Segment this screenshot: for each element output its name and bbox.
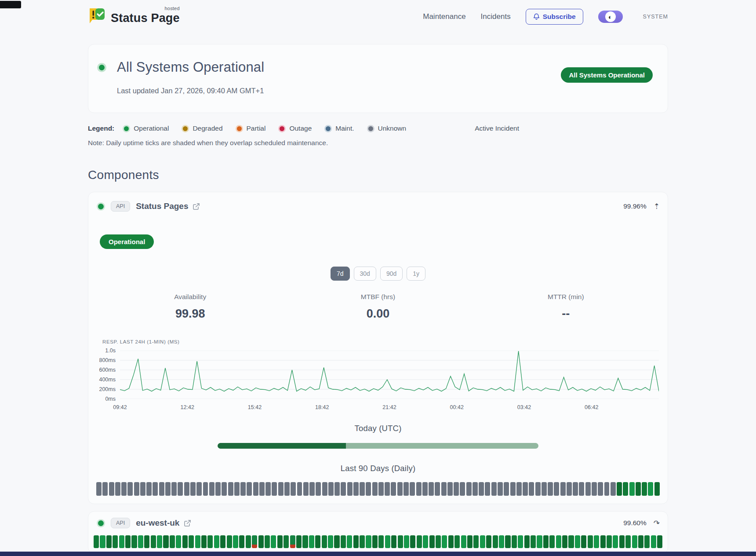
external-link-icon[interactable] bbox=[184, 519, 191, 527]
uptime-tick[interactable] bbox=[184, 482, 189, 496]
uptime-tick[interactable] bbox=[372, 482, 378, 496]
uptime-tick[interactable] bbox=[485, 482, 490, 496]
uptime-tick[interactable] bbox=[303, 482, 309, 496]
theme-toggle[interactable]: ◐ bbox=[598, 11, 623, 23]
uptime-tick[interactable] bbox=[575, 535, 580, 548]
collapse-arrow-icon[interactable]: ⇡ bbox=[654, 203, 660, 210]
uptime-tick[interactable] bbox=[581, 535, 586, 548]
uptime-tick[interactable] bbox=[353, 535, 359, 548]
uptime-tick[interactable] bbox=[240, 482, 246, 496]
uptime-tick[interactable] bbox=[518, 535, 523, 548]
uptime-tick[interactable] bbox=[163, 535, 168, 548]
uptime-tick[interactable] bbox=[322, 535, 327, 548]
uptime-tick[interactable] bbox=[404, 535, 409, 548]
uptime-tick[interactable] bbox=[347, 482, 353, 496]
uptime-tick[interactable] bbox=[109, 482, 114, 496]
uptime-tick[interactable] bbox=[144, 535, 149, 548]
uptime-tick[interactable] bbox=[549, 535, 555, 548]
uptime-tick[interactable] bbox=[102, 482, 108, 496]
range-button-30d[interactable]: 30d bbox=[354, 267, 376, 281]
uptime-tick[interactable] bbox=[479, 482, 484, 496]
uptime-tick[interactable] bbox=[209, 482, 214, 496]
subscribe-button[interactable]: Subscribe bbox=[526, 9, 583, 25]
uptime-tick[interactable] bbox=[297, 482, 302, 496]
uptime-tick[interactable] bbox=[505, 535, 510, 548]
uptime-tick[interactable] bbox=[341, 482, 346, 496]
uptime-tick[interactable] bbox=[556, 535, 561, 548]
uptime-tick[interactable] bbox=[134, 482, 139, 496]
uptime-tick[interactable] bbox=[201, 535, 207, 548]
uptime-tick[interactable] bbox=[159, 482, 164, 496]
range-button-90d[interactable]: 90d bbox=[380, 267, 403, 281]
uptime-tick[interactable] bbox=[560, 482, 566, 496]
uptime-tick[interactable] bbox=[228, 482, 233, 496]
uptime-tick[interactable] bbox=[272, 482, 277, 496]
uptime-tick[interactable] bbox=[632, 535, 637, 548]
uptime-tick[interactable] bbox=[239, 535, 244, 548]
uptime-tick[interactable] bbox=[284, 482, 290, 496]
uptime-tick[interactable] bbox=[247, 482, 252, 496]
uptime-tick[interactable] bbox=[441, 482, 447, 496]
uptime-tick[interactable] bbox=[277, 535, 283, 548]
uptime-tick[interactable] bbox=[378, 535, 384, 548]
uptime-tick[interactable] bbox=[548, 482, 553, 496]
uptime-tick[interactable] bbox=[537, 535, 542, 548]
uptime-tick[interactable] bbox=[353, 482, 359, 496]
uptime-tick[interactable] bbox=[460, 482, 465, 496]
uptime-tick[interactable] bbox=[466, 482, 472, 496]
uptime-tick[interactable] bbox=[140, 482, 145, 496]
uptime-tick[interactable] bbox=[636, 482, 641, 496]
uptime-tick[interactable] bbox=[278, 482, 284, 496]
uptime-tick[interactable] bbox=[341, 535, 346, 548]
uptime-tick[interactable] bbox=[604, 482, 610, 496]
uptime-tick[interactable] bbox=[416, 482, 422, 496]
uptime-tick[interactable] bbox=[467, 535, 472, 548]
uptime-tick[interactable] bbox=[138, 535, 143, 548]
uptime-tick[interactable] bbox=[429, 482, 434, 496]
uptime-tick[interactable] bbox=[613, 535, 618, 548]
uptime-tick[interactable] bbox=[366, 482, 371, 496]
uptime-tick[interactable] bbox=[222, 482, 227, 496]
uptime-tick[interactable] bbox=[176, 535, 181, 548]
uptime-tick[interactable] bbox=[454, 535, 460, 548]
uptime-tick[interactable] bbox=[523, 482, 528, 496]
uptime-tick[interactable] bbox=[619, 535, 625, 548]
uptime-tick[interactable] bbox=[246, 535, 251, 548]
uptime-tick[interactable] bbox=[151, 535, 156, 548]
uptime-tick[interactable] bbox=[94, 535, 99, 548]
uptime-tick[interactable] bbox=[328, 535, 333, 548]
uptime-tick[interactable] bbox=[531, 535, 536, 548]
uptime-tick[interactable] bbox=[654, 482, 660, 496]
uptime-tick[interactable] bbox=[397, 482, 403, 496]
external-link-icon[interactable] bbox=[193, 203, 200, 210]
uptime-tick[interactable] bbox=[291, 482, 296, 496]
uptime-tick[interactable] bbox=[562, 535, 567, 548]
uptime-tick[interactable] bbox=[125, 535, 131, 548]
uptime-tick[interactable] bbox=[165, 482, 171, 496]
uptime-tick[interactable] bbox=[284, 535, 289, 548]
uptime-tick[interactable] bbox=[203, 482, 208, 496]
uptime-tick[interactable] bbox=[265, 482, 271, 496]
uptime-tick[interactable] bbox=[296, 535, 302, 548]
range-button-1y[interactable]: 1y bbox=[407, 267, 425, 281]
uptime-tick[interactable] bbox=[385, 482, 390, 496]
uptime-tick[interactable] bbox=[258, 535, 264, 548]
uptime-tick[interactable] bbox=[567, 482, 572, 496]
expand-arrow-icon[interactable]: ↷ bbox=[654, 519, 660, 527]
uptime-tick[interactable] bbox=[220, 535, 225, 548]
uptime-tick[interactable] bbox=[378, 482, 384, 496]
uptime-tick[interactable] bbox=[316, 482, 321, 496]
uptime-tick[interactable] bbox=[480, 535, 485, 548]
uptime-tick[interactable] bbox=[472, 482, 478, 496]
uptime-tick[interactable] bbox=[334, 482, 340, 496]
uptime-tick[interactable] bbox=[493, 535, 498, 548]
uptime-tick[interactable] bbox=[598, 482, 603, 496]
brand-logo[interactable]: Status Page hosted bbox=[88, 7, 180, 26]
uptime-tick[interactable] bbox=[629, 482, 635, 496]
uptime-tick[interactable] bbox=[423, 535, 428, 548]
uptime-tick[interactable] bbox=[510, 482, 516, 496]
uptime-tick[interactable] bbox=[585, 482, 591, 496]
nav-incidents[interactable]: Incidents bbox=[481, 12, 511, 21]
uptime-tick[interactable] bbox=[113, 535, 118, 548]
uptime-tick[interactable] bbox=[568, 535, 574, 548]
